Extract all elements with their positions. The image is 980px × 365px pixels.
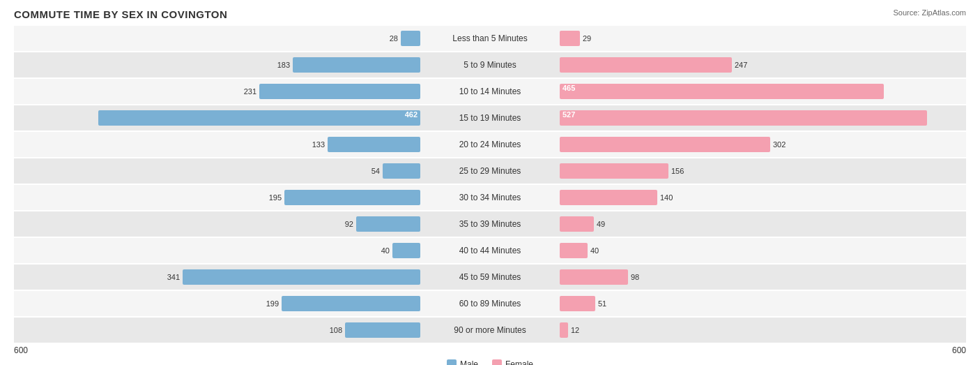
legend-male: Male xyxy=(447,359,478,365)
female-bar xyxy=(560,296,595,311)
right-section: 51 xyxy=(560,291,966,316)
row-label: 10 to 14 Minutes xyxy=(420,87,560,96)
left-section: 133 xyxy=(14,132,420,157)
male-value: 231 xyxy=(244,87,257,96)
male-value-inside: 462 xyxy=(405,110,418,119)
legend-female: Female xyxy=(492,359,533,365)
bar-row: 4040 to 44 Minutes40 xyxy=(14,238,966,263)
male-value: 40 xyxy=(381,246,390,255)
male-bar: 462 xyxy=(98,110,420,126)
left-section: 108 xyxy=(14,318,420,343)
left-section: 28 xyxy=(14,26,420,51)
right-section: 156 xyxy=(560,158,966,184)
male-value: 195 xyxy=(269,193,282,202)
bar-row: 9235 to 39 Minutes49 xyxy=(14,211,966,237)
legend-female-box xyxy=(492,359,502,365)
row-label: 40 to 44 Minutes xyxy=(420,246,560,255)
female-bar xyxy=(560,243,588,258)
male-bar xyxy=(401,31,420,46)
bar-row: 10890 or more Minutes12 xyxy=(14,318,966,343)
row-label: 30 to 34 Minutes xyxy=(420,193,560,202)
row-label: 60 to 89 Minutes xyxy=(420,299,560,308)
male-value: 183 xyxy=(277,61,290,69)
bar-row: 34145 to 59 Minutes98 xyxy=(14,265,966,290)
female-value: 302 xyxy=(773,140,786,149)
female-bar xyxy=(560,57,732,73)
female-bar xyxy=(560,322,568,338)
male-bar xyxy=(345,322,420,338)
female-value-inside: 527 xyxy=(562,110,575,119)
right-section: 302 xyxy=(560,132,966,157)
male-value: 341 xyxy=(167,273,180,281)
female-bar xyxy=(560,216,594,232)
male-value: 133 xyxy=(312,140,325,149)
female-bar xyxy=(560,190,657,205)
axis-labels: 600 600 xyxy=(14,345,966,355)
left-section: 40 xyxy=(14,238,420,263)
row-label: 45 to 59 Minutes xyxy=(420,272,560,282)
female-bar xyxy=(560,269,628,285)
left-section: 462 xyxy=(14,105,420,131)
male-bar xyxy=(328,137,420,152)
male-bar xyxy=(282,296,420,311)
left-section: 195 xyxy=(14,185,420,210)
male-bar xyxy=(284,190,420,205)
male-value: 199 xyxy=(266,299,279,308)
chart-container: COMMUTE TIME BY SEX IN COVINGTON Source:… xyxy=(0,0,980,365)
female-value: 140 xyxy=(660,193,673,202)
left-section: 183 xyxy=(14,52,420,77)
row-label: 5 to 9 Minutes xyxy=(420,60,560,70)
legend-male-box xyxy=(447,359,457,365)
axis-right: 600 xyxy=(952,345,966,355)
right-section: 527 xyxy=(560,105,966,131)
bar-row: 19960 to 89 Minutes51 xyxy=(14,291,966,316)
bar-row: 23110 to 14 Minutes465 xyxy=(14,79,966,104)
left-section: 92 xyxy=(14,211,420,237)
male-bar xyxy=(392,243,420,258)
male-bar xyxy=(383,163,420,179)
female-value-inside: 465 xyxy=(562,84,575,92)
male-value: 54 xyxy=(372,167,380,175)
source-text: Source: ZipAtlas.com xyxy=(893,8,966,17)
row-label: 15 to 19 Minutes xyxy=(420,113,560,123)
bar-row: 46215 to 19 Minutes527 xyxy=(14,105,966,131)
male-bar xyxy=(293,57,420,73)
female-value: 12 xyxy=(571,326,579,334)
female-value: 49 xyxy=(597,220,605,228)
chart-title: COMMUTE TIME BY SEX IN COVINGTON xyxy=(14,8,966,20)
bar-row: 13320 to 24 Minutes302 xyxy=(14,132,966,157)
right-section: 29 xyxy=(560,26,966,51)
left-section: 231 xyxy=(14,79,420,104)
legend-male-label: Male xyxy=(460,359,478,365)
male-bar xyxy=(183,269,420,285)
female-value: 51 xyxy=(598,299,606,308)
bar-row: 28Less than 5 Minutes29 xyxy=(14,26,966,51)
left-section: 199 xyxy=(14,291,420,316)
male-bar xyxy=(356,216,420,232)
bar-row: 19530 to 34 Minutes140 xyxy=(14,185,966,210)
male-value: 108 xyxy=(330,326,342,334)
right-section: 49 xyxy=(560,211,966,237)
left-section: 341 xyxy=(14,265,420,290)
bar-row: 5425 to 29 Minutes156 xyxy=(14,158,966,184)
right-section: 465 xyxy=(560,79,966,104)
male-bar xyxy=(259,84,420,99)
bars-area: 28Less than 5 Minutes291835 to 9 Minutes… xyxy=(14,26,966,343)
female-value: 29 xyxy=(583,34,591,43)
legend-female-label: Female xyxy=(505,359,533,365)
right-section: 140 xyxy=(560,185,966,210)
row-label: 35 to 39 Minutes xyxy=(420,219,560,229)
right-section: 98 xyxy=(560,265,966,290)
male-value: 28 xyxy=(390,34,398,43)
female-bar xyxy=(560,137,770,152)
male-value: 92 xyxy=(345,220,353,228)
female-bar xyxy=(560,163,668,179)
axis-left: 600 xyxy=(14,345,28,355)
legend: Male Female xyxy=(14,359,966,365)
row-label: 90 or more Minutes xyxy=(420,325,560,335)
row-label: 25 to 29 Minutes xyxy=(420,166,560,176)
female-value: 98 xyxy=(631,273,639,281)
left-section: 54 xyxy=(14,158,420,184)
right-section: 12 xyxy=(560,318,966,343)
female-value: 156 xyxy=(671,167,684,175)
